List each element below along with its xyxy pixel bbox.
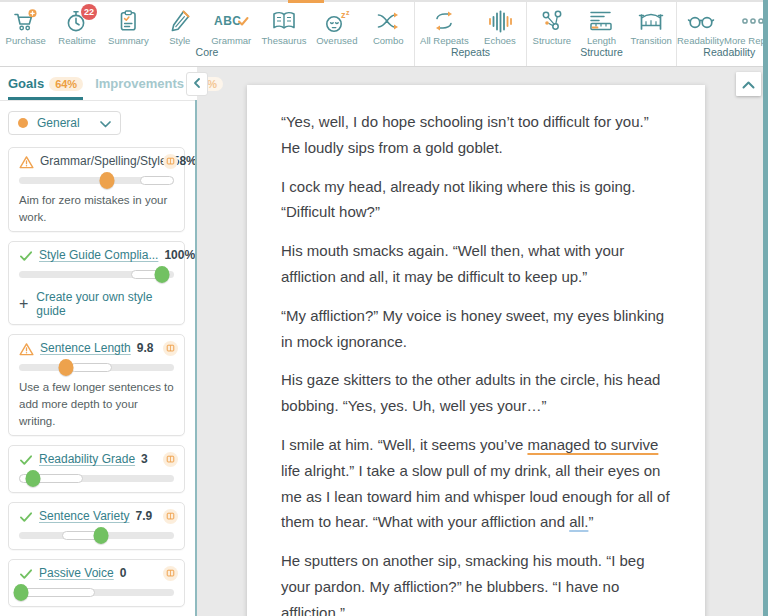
style-guide-compliance-value: 100% (164, 248, 195, 263)
length-button[interactable]: Length (580, 7, 622, 46)
echoes-label: Echoes (484, 35, 516, 46)
all-repeats-button[interactable]: All Repeats (420, 7, 469, 46)
doc-paragraph: “My affliction?” My voice is honey sweet… (281, 303, 671, 355)
preset-label: General (37, 116, 91, 130)
check-icon (19, 454, 33, 466)
overused-button[interactable]: zzOverused (316, 7, 358, 46)
sentence-variety-title[interactable]: Sentence Variety (39, 509, 130, 524)
grammar-spelling-style-slider (19, 173, 174, 188)
more-reports-button[interactable]: More Reports (724, 7, 768, 46)
length-label: Length (587, 35, 616, 46)
doc-paragraph: I smile at him. “Well, it seems you’ve m… (281, 432, 671, 535)
doc-text: “My affliction?” My voice is honey sweet… (281, 307, 664, 350)
purchase-label: Purchase (6, 35, 46, 46)
active-tab-indicator (288, 0, 324, 3)
goal-card-sentence-length: Sentence Length9.8Use a few longer sente… (8, 334, 185, 436)
transition-label: Transition (630, 35, 671, 46)
clipboard-icon (115, 7, 141, 35)
readability-grade-value: 3 (141, 452, 148, 467)
tooltip-icon[interactable] (163, 154, 178, 169)
overused-label: Overused (316, 35, 357, 46)
realtime-button[interactable]: 22Realtime (56, 7, 98, 46)
grammar-label: Grammar (211, 35, 251, 46)
toolbar-group-label-readability: Readability (677, 46, 768, 66)
tooltip-icon[interactable] (163, 566, 178, 581)
grammar-spelling-style-title[interactable]: Grammar/Spelling/Style (40, 154, 167, 169)
preset-dot-icon (18, 118, 28, 128)
goal-card-style-guide-compliance: Style Guide Complia...100%+Create your o… (8, 241, 185, 325)
doc-paragraph: He sputters on another sip, smacking his… (281, 548, 671, 616)
toolbar-group-label-repeats: Repeats (415, 46, 526, 66)
sentence-length-value: 9.8 (137, 341, 154, 356)
doc-text: I smile at him. “Well, it seems you’ve (281, 436, 527, 453)
slider-target-range (19, 588, 95, 597)
grammar-button[interactable]: ABCGrammar (210, 7, 252, 46)
passive-voice-value: 0 (120, 566, 127, 581)
sentence-variety-value: 7.9 (136, 509, 153, 524)
structure-button[interactable]: Structure (531, 7, 573, 46)
tooltip-icon[interactable] (163, 341, 178, 356)
sidebar-divider (195, 100, 197, 616)
style-button[interactable]: Style (159, 7, 201, 46)
slider-target-range (70, 363, 112, 372)
create-style-guide-link[interactable]: +Create your own style guide (19, 290, 174, 318)
passive-voice-title[interactable]: Passive Voice (39, 566, 114, 581)
plus-icon: + (19, 298, 28, 310)
waveform-icon (486, 7, 514, 35)
svg-text:ABC: ABC (214, 14, 242, 28)
tooltip-icon[interactable] (163, 452, 178, 467)
style-guide-compliance-title[interactable]: Style Guide Complia... (39, 248, 158, 263)
toolbar-group-repeats: All RepeatsEchoesRepeats (414, 2, 526, 66)
slider-handle[interactable] (58, 359, 73, 376)
transition-button[interactable]: Transition (630, 7, 672, 46)
repeat-arrows-icon (430, 7, 458, 35)
tab-improvements-label: Improvements (95, 76, 184, 91)
nodes-icon (538, 7, 565, 35)
highlighted-suggestion[interactable]: managed to survive (527, 436, 658, 453)
echoes-button[interactable]: Echoes (479, 7, 521, 46)
combo-button[interactable]: Combo (367, 7, 409, 46)
doc-text: His gaze skitters to the other adults in… (281, 371, 660, 414)
combo-arrows-icon (375, 7, 402, 35)
sidebar-collapse-button[interactable] (186, 72, 208, 96)
slider-handle[interactable] (94, 527, 109, 544)
tab-goals[interactable]: Goals 64% (8, 67, 83, 100)
editor-area: “Yes, well, I do hope schooling isn’t to… (197, 67, 768, 616)
style-label: Style (169, 35, 190, 46)
more-reports-label: More Reports (724, 35, 768, 46)
chevron-down-icon (100, 114, 111, 132)
pen-icon (167, 7, 193, 35)
slider-handle[interactable] (154, 266, 169, 283)
slider-handle[interactable] (25, 470, 40, 487)
purchase-button[interactable]: Purchase (5, 7, 47, 46)
readability-grade-title[interactable]: Readability Grade (39, 452, 135, 467)
readability-button[interactable]: Readability (677, 7, 724, 46)
highlighted-suggestion[interactable]: all. (569, 513, 588, 530)
goal-card-passive-voice: Passive Voice0 (8, 559, 185, 607)
sentence-length-title[interactable]: Sentence Length (40, 341, 131, 356)
goals-score-badge: 64% (49, 77, 83, 91)
doc-paragraph: His gaze skitters to the other adults in… (281, 367, 671, 419)
combo-label: Combo (373, 35, 404, 46)
slider-handle[interactable] (100, 172, 115, 189)
scroll-up-button[interactable] (736, 72, 761, 96)
tooltip-icon[interactable] (163, 509, 178, 524)
bridge-icon (637, 7, 665, 35)
create-style-guide-label: Create your own style guide (36, 290, 174, 318)
readability-label: Readability (677, 35, 724, 46)
toolbar-group-structure: StructureLengthTransitionStructure (526, 2, 676, 66)
goal-card-sentence-variety: Sentence Variety7.9 (8, 502, 185, 550)
thesaurus-label: Thesaurus (262, 35, 307, 46)
sleepy-face-icon: zz (323, 7, 351, 35)
doc-text: “Yes, well, I do hope schooling isn’t to… (281, 113, 649, 156)
cart-plus-icon (12, 7, 39, 35)
slider-handle[interactable] (13, 584, 28, 601)
goal-card-list: Grammar/Spelling/Style58%Aim for zero mi… (0, 147, 197, 616)
goal-preset-dropdown[interactable]: General (8, 111, 121, 135)
grammar-spelling-style-caption: Aim for zero mistakes in your work. (19, 192, 174, 225)
summary-button[interactable]: Summary (107, 7, 149, 46)
all-repeats-label: All Repeats (420, 35, 469, 46)
thesaurus-button[interactable]: Thesaurus (262, 7, 307, 46)
doc-paragraph: I cock my head, already not liking where… (281, 174, 671, 226)
document-page[interactable]: “Yes, well, I do hope schooling isn’t to… (247, 85, 705, 616)
